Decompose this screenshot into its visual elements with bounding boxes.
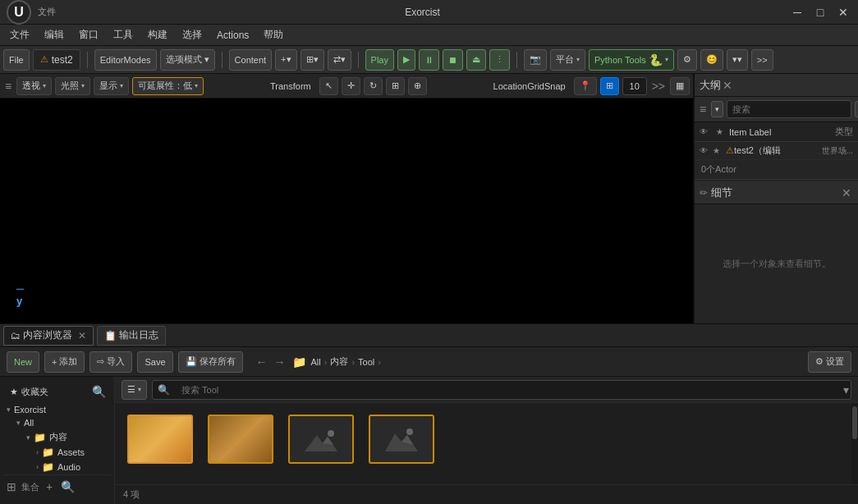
row-type: 世界场... <box>822 145 853 157</box>
more-options-icon[interactable]: >> <box>650 78 667 94</box>
menu-help[interactable]: 帮助 <box>257 26 290 44</box>
tree-item-audio[interactable]: › 📁 Audio <box>33 460 111 474</box>
file-menu-item[interactable]: 文件 <box>38 6 56 18</box>
tree-assets: › 📁 Assets › 📁 Audio <box>23 445 111 474</box>
save-all-button[interactable]: 💾 保存所有 <box>178 351 243 373</box>
warning-icon: ⚠ <box>40 54 48 65</box>
add-collection-button[interactable]: + <box>44 479 54 495</box>
save-button[interactable]: Save <box>137 351 172 373</box>
grid-label: LocationGridSnap <box>493 81 566 91</box>
svg-point-7 <box>406 428 413 435</box>
grid-value-input[interactable] <box>622 77 647 95</box>
tree-item-all[interactable]: ▾ All <box>13 416 111 429</box>
tree-item-content[interactable]: ▾ 📁 内容 <box>23 429 111 445</box>
perspective-dropdown[interactable]: 透视 ▾ <box>16 77 52 95</box>
face-btn[interactable]: 😊 <box>700 49 723 71</box>
grid-toggle[interactable]: ▦ <box>670 77 690 95</box>
maximize-button[interactable]: □ <box>812 6 828 19</box>
nav-forward-button[interactable]: → <box>273 354 287 370</box>
separator3 <box>358 52 359 68</box>
bottom-panel: 🗂 内容浏览器 ✕ 📋 输出日志 New + 添加 ⇨ 导入 Save 💾 保存… <box>0 323 858 504</box>
scale-tool[interactable]: ⊞ <box>386 77 405 95</box>
tab-close-icon[interactable]: ✕ <box>78 330 86 341</box>
outline-filter-dropdown[interactable]: ▾ <box>711 101 723 117</box>
python-label: Python Tools <box>594 55 646 65</box>
play-control-play[interactable]: ▶ <box>397 49 415 71</box>
detail-title: 细节 <box>711 186 840 200</box>
menu-file[interactable]: 文件 <box>3 26 36 44</box>
settings-btn[interactable]: ⚙ <box>677 49 697 71</box>
asset-view-dropdown[interactable]: ☰ ▾ <box>122 380 147 400</box>
add-button[interactable]: + 添加 <box>44 351 85 373</box>
tree-item-assets[interactable]: › 📁 Assets <box>33 445 111 460</box>
play-control-pause[interactable]: ⏸ <box>419 49 439 71</box>
detail-close-button[interactable]: ✕ <box>840 186 853 199</box>
play-control-eject[interactable]: ⏏ <box>466 49 486 71</box>
show-dropdown[interactable]: 显示 ▾ <box>94 77 129 95</box>
new-button[interactable]: New <box>7 351 39 373</box>
play-more[interactable]: ⋮ <box>489 49 510 71</box>
sidebar-search-icon[interactable]: 🔍 <box>90 383 108 400</box>
settings-button[interactable]: ⚙ 设置 <box>808 351 851 373</box>
nav-up-button[interactable]: 📁 <box>291 354 308 370</box>
import-label: 导入 <box>107 355 125 368</box>
search-collection-icon[interactable]: 🔍 <box>59 479 76 495</box>
extensibility-dropdown[interactable]: 可延展性：低 ▾ <box>132 77 204 95</box>
breadcrumb-all[interactable]: All <box>311 357 321 367</box>
tab-content-browser[interactable]: 🗂 内容浏览器 ✕ <box>3 326 94 346</box>
close-button[interactable]: ✕ <box>835 6 851 19</box>
eye-icon: 👁 <box>700 146 713 155</box>
nav-back-button[interactable]: ← <box>255 354 269 370</box>
rotate-tool[interactable]: ↻ <box>364 77 383 95</box>
chevron-right-btn[interactable]: >> <box>751 49 773 71</box>
camera-button[interactable]: 📷 <box>524 49 547 71</box>
grid-btn[interactable]: ⊞ <box>600 77 619 95</box>
play-control-stop[interactable]: ⏹ <box>443 49 463 71</box>
root-item[interactable]: ▾ Exorcist <box>3 403 111 416</box>
tab-output-log[interactable]: 📋 输出日志 <box>97 326 166 346</box>
outline-close-button[interactable]: ✕ <box>721 79 734 92</box>
menu-actions[interactable]: Actions <box>210 28 255 43</box>
lighting-arrow: ▾ <box>81 82 85 89</box>
menu-edit[interactable]: 编辑 <box>38 26 71 44</box>
select-tool[interactable]: ↖ <box>319 77 338 95</box>
minimize-button[interactable]: ─ <box>789 6 805 19</box>
outline-search-input[interactable] <box>727 100 851 118</box>
menu-build[interactable]: 构建 <box>141 26 174 44</box>
extra-dropdown[interactable]: ▾▾ <box>727 49 748 71</box>
menu-tools[interactable]: 工具 <box>107 26 140 44</box>
breadcrumb-content[interactable]: 内容 <box>330 355 348 368</box>
content-button[interactable]: Content <box>229 49 273 71</box>
tab-test2[interactable]: ⚠ test2 <box>33 49 80 71</box>
move-tool[interactable]: ✛ <box>342 77 360 95</box>
content-btn2[interactable]: ⊞▾ <box>301 49 324 71</box>
asset-search-input[interactable] <box>175 381 842 399</box>
asset-item-folder2[interactable] <box>204 411 278 470</box>
lighting-dropdown[interactable]: 光照 ▾ <box>55 77 90 95</box>
snap-btn[interactable]: 📍 <box>574 77 597 95</box>
content-btn3[interactable]: ⇄▾ <box>328 49 351 71</box>
asset-item-folder1[interactable] <box>123 411 197 470</box>
asset-item-image2[interactable] <box>365 411 438 470</box>
file-button[interactable]: File <box>3 49 30 71</box>
search-filter-button[interactable]: ▾ <box>842 382 851 398</box>
outline-search-dropdown[interactable]: ▾ <box>855 101 858 117</box>
hamburger-icon-button[interactable]: ≡ <box>3 78 13 94</box>
asset-item-image1[interactable] <box>284 411 358 470</box>
outline-menu-button[interactable]: ≡ <box>698 101 708 117</box>
breadcrumb-tool[interactable]: Tool <box>358 357 374 367</box>
import-button[interactable]: ⇨ 导入 <box>89 351 132 373</box>
axis-indicator: ─ y <box>16 282 24 307</box>
outline-row[interactable]: 👁 ★ ⚠ test2（编辑 世界场... <box>695 142 858 160</box>
platform-dropdown[interactable]: 平台 ▾ <box>550 49 585 71</box>
favorites-item[interactable]: ★ 收藏夹 <box>7 384 52 400</box>
python-tools-button[interactable]: Python Tools 🐍 ▾ <box>589 49 674 71</box>
menu-window[interactable]: 窗口 <box>72 26 105 44</box>
menu-select[interactable]: 选择 <box>176 26 209 44</box>
asset-scrollbar[interactable] <box>851 403 858 484</box>
world-tool[interactable]: ⊕ <box>408 77 427 95</box>
play-button[interactable]: Play <box>365 49 394 71</box>
editor-modes-button[interactable]: EditorModes <box>94 49 157 71</box>
content-add-button[interactable]: +▾ <box>275 49 296 71</box>
mode-dropdown[interactable]: 选项模式 ▾ <box>160 49 215 71</box>
